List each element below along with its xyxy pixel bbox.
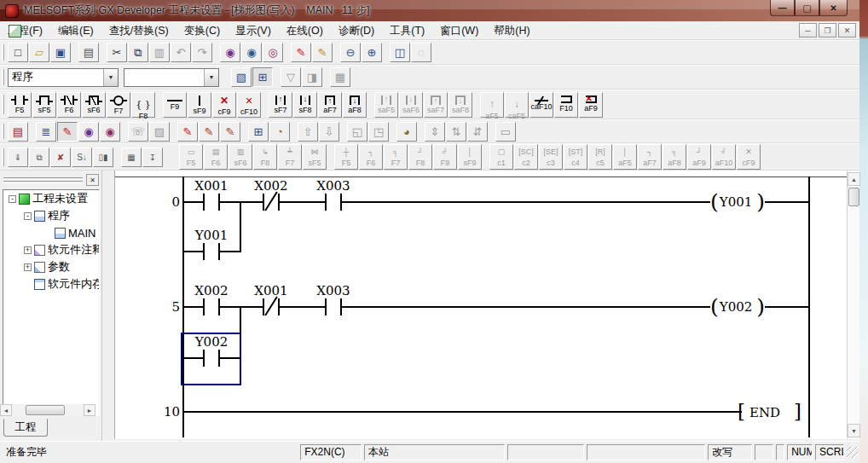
panel-close-icon[interactable] bbox=[86, 174, 99, 186]
sort-step-button[interactable]: S↓ bbox=[72, 148, 92, 167]
document-restore-button[interactable] bbox=[819, 23, 836, 38]
window-cascade-button[interactable]: ◱ bbox=[347, 122, 367, 142]
sfc-c1[interactable]: ▢ c1 bbox=[489, 144, 513, 170]
sfc-rule-sF9[interactable]: │ sF9 bbox=[458, 144, 482, 170]
sfc-rule-F9[interactable]: ╛ F9 bbox=[433, 144, 457, 170]
sfc-block-sF5[interactable]: ⋈ sF5 bbox=[303, 144, 327, 170]
delete-vertical-line-cF10[interactable]: cF10 bbox=[237, 92, 261, 118]
block-list-button[interactable]: ▦ bbox=[121, 148, 142, 167]
tree-item[interactable]: MAIN bbox=[3, 224, 99, 241]
vertical-scrollbar[interactable]: ▲ ▼ bbox=[847, 171, 859, 439]
paste-button[interactable]: ▥ bbox=[149, 43, 170, 62]
block-edit-button[interactable]: ⇵ bbox=[467, 122, 488, 142]
delete-horizontal-line-cF9[interactable]: cF9 bbox=[212, 92, 236, 118]
redo-button[interactable]: ↷ bbox=[192, 43, 212, 62]
document-close-button[interactable] bbox=[838, 23, 856, 38]
scroll-down-icon[interactable]: ▼ bbox=[848, 424, 860, 437]
tree-expander[interactable]: - bbox=[24, 212, 32, 220]
tree-item[interactable]: + 参数 bbox=[3, 258, 99, 275]
device-edit-button[interactable]: ✎ bbox=[312, 43, 333, 62]
sfc-aF10[interactable]: ╛ aF10 bbox=[712, 144, 736, 170]
project-tree-toggle-button[interactable]: ⊞ bbox=[252, 67, 273, 87]
find-device-button[interactable]: ◉ bbox=[241, 43, 262, 62]
line-branch-F10[interactable]: F10 bbox=[554, 92, 578, 118]
program-list-button[interactable]: ⊞ bbox=[248, 122, 269, 142]
rising-pulse-sF7[interactable]: sF7 bbox=[269, 92, 292, 118]
tree-edit-button[interactable]: ✎ bbox=[57, 122, 78, 142]
sfc-se-c3[interactable]: [SE] c3 bbox=[539, 144, 563, 170]
tree-expander[interactable] bbox=[44, 229, 52, 237]
open-project-button[interactable]: ▱ bbox=[29, 43, 49, 62]
sfc-rule-F7[interactable]: ╕ F7 bbox=[384, 144, 408, 170]
undo-button[interactable]: ↶ bbox=[171, 43, 191, 62]
monitor-stop-button[interactable]: ▨ bbox=[149, 122, 170, 142]
toolbar-grip[interactable] bbox=[2, 148, 4, 166]
device-memory-button[interactable]: ▭ bbox=[495, 122, 516, 142]
new-project-button[interactable]: □ bbox=[8, 43, 28, 62]
open-contact[interactable] bbox=[203, 243, 220, 260]
device-test-button[interactable]: ☏ bbox=[128, 122, 148, 142]
scroll-thumb[interactable] bbox=[26, 405, 65, 415]
tree-expander[interactable]: - bbox=[9, 195, 16, 203]
step-run-down-button[interactable]: ⇩ bbox=[319, 122, 339, 142]
menu-online[interactable]: 在线(O) bbox=[279, 21, 331, 40]
tab-project[interactable]: 工程 bbox=[3, 419, 48, 437]
sfc-aF9[interactable]: ┘ aF9 bbox=[687, 144, 711, 170]
sfc-delete-cF9[interactable]: ✕ cF9 bbox=[737, 144, 761, 170]
falling-pulse-sF8[interactable]: sF8 bbox=[293, 92, 317, 118]
read-mode-button[interactable]: ✎ bbox=[220, 122, 240, 142]
find-device-tree-button[interactable]: ◉ bbox=[78, 122, 99, 142]
parallel-falling-pulse-aF8[interactable]: aF8 bbox=[343, 92, 367, 118]
note-display-button[interactable]: ▦ bbox=[330, 67, 350, 87]
closed-contact[interactable] bbox=[263, 298, 280, 315]
entry-monitor-button[interactable]: ◔ bbox=[269, 122, 290, 142]
tree-expander[interactable] bbox=[24, 281, 32, 288]
closed-contact-F6[interactable]: F6 bbox=[57, 92, 81, 118]
sfc-r-c5[interactable]: [R] c5 bbox=[588, 144, 612, 170]
sfc-sc-c2[interactable]: [SC] c2 bbox=[514, 144, 538, 170]
monitor-write-mode-button[interactable]: ✎ bbox=[199, 122, 219, 142]
menu-view[interactable]: 显示(V) bbox=[228, 21, 279, 40]
sfc-aF5[interactable]: │ aF5 bbox=[613, 144, 637, 170]
parallel-falling-saF8[interactable]: saF8 bbox=[448, 92, 472, 118]
menu-find-replace[interactable]: 查找/替换(S) bbox=[101, 21, 176, 40]
panel-drag-handle[interactable] bbox=[3, 177, 83, 184]
vertical-line-sF9[interactable]: sF9 bbox=[188, 92, 211, 118]
error-check-button[interactable]: ✘ bbox=[50, 148, 71, 167]
sfc-step-F5[interactable]: ▭ F5 bbox=[179, 144, 203, 170]
document-minimize-button[interactable] bbox=[799, 23, 817, 38]
tree-item[interactable]: 软元件内存 bbox=[3, 275, 99, 292]
comment-display-button[interactable]: ▽ bbox=[281, 67, 301, 87]
scroll-up-icon[interactable]: ▲ bbox=[848, 172, 860, 186]
monitor-zoom-button[interactable]: ◕ bbox=[396, 122, 417, 142]
monitor-circle-button[interactable]: ◌ bbox=[411, 43, 431, 62]
sfc-transition-F6[interactable]: ▤ F6 bbox=[204, 144, 228, 170]
closed-contact[interactable] bbox=[263, 194, 280, 211]
sfc-rule-F6[interactable]: ┐ F6 bbox=[359, 144, 383, 170]
print-button[interactable]: ▤ bbox=[78, 43, 99, 62]
rising-pulse-saF5[interactable]: saF5 bbox=[374, 92, 398, 118]
step-up-aF5[interactable]: aF5 bbox=[480, 92, 504, 118]
sfc-aF7[interactable]: ┐ aF7 bbox=[638, 144, 662, 170]
window-arrange-button[interactable]: ⧉ bbox=[29, 148, 49, 167]
scroll-left-icon[interactable]: ◄ bbox=[0, 404, 12, 416]
zoom-in-button[interactable]: ⊕ bbox=[362, 43, 382, 62]
step-down-caF5[interactable]: caF5 bbox=[505, 92, 529, 118]
output-coil[interactable]: ( Y001 ) bbox=[710, 189, 765, 215]
output-coil[interactable]: ( Y002 ) bbox=[710, 294, 765, 320]
ladder-canvas[interactable]: 0 X001 X002 X003 Y001 ( Y001 ) 5 X002 bbox=[114, 171, 847, 439]
parallel-rising-saF7[interactable]: saF7 bbox=[424, 92, 448, 118]
tree-expander[interactable]: + bbox=[24, 246, 32, 254]
resize-grip[interactable] bbox=[847, 447, 858, 458]
program-type-combo[interactable]: 程序 ▼ bbox=[8, 68, 119, 87]
sfc-st-c4[interactable]: [ST] c4 bbox=[564, 144, 587, 170]
delete-line-branch-aF9[interactable]: aF9 bbox=[579, 92, 603, 118]
save-project-button[interactable]: ▣ bbox=[50, 43, 71, 62]
insert-col-button[interactable]: ⇅ bbox=[446, 122, 466, 142]
chevron-down-icon[interactable]: ▼ bbox=[204, 69, 218, 86]
screen-transfer-button[interactable]: ◫ bbox=[390, 43, 410, 62]
instruction-list-button[interactable]: ≣ bbox=[36, 122, 56, 142]
tree-horizontal-scrollbar[interactable]: ◄ ► bbox=[0, 404, 95, 416]
menu-project[interactable]: 工程(F) bbox=[0, 21, 50, 40]
write-mode-button[interactable]: ✎ bbox=[177, 122, 198, 142]
